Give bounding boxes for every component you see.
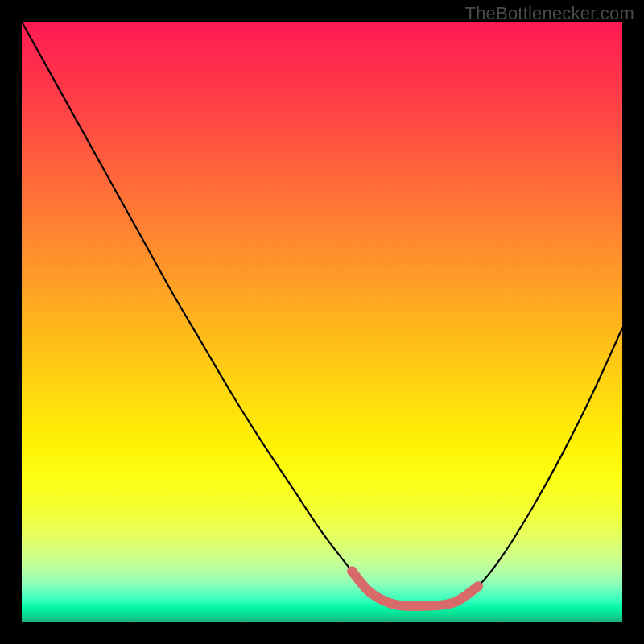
chart-svg [22,22,622,622]
chart-plot-area [22,22,622,622]
optimal-range-start-dot [347,567,357,576]
watermark-text: TheBottlenecker.com [465,3,634,24]
optimal-range-marker [352,572,478,606]
bottleneck-curve-line [22,22,622,606]
